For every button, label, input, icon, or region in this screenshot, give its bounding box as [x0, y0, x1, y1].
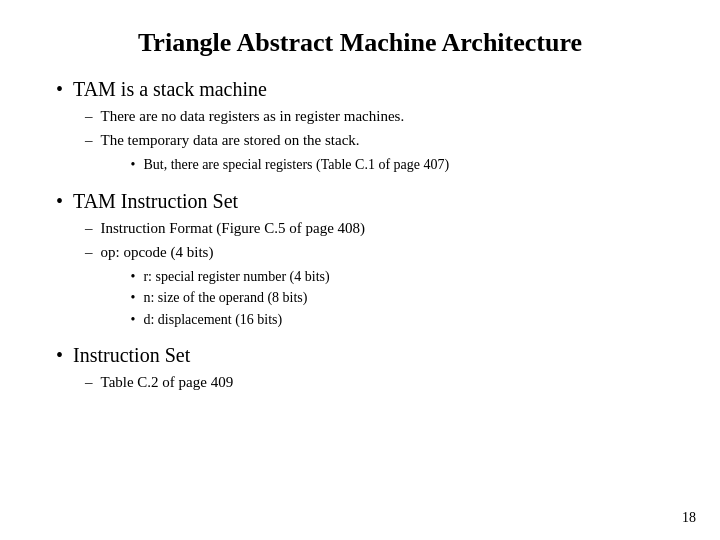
sub-sub-text-2-2: n: size of the operand (8 bits) — [143, 288, 307, 308]
sub-item-2-1: – Instruction Format (Figure C.5 of page… — [85, 218, 365, 239]
sub-sub-list-2: • r: special register number (4 bits) • … — [101, 267, 330, 330]
dash-2-2: – — [85, 242, 93, 263]
sub-item-3-1: – Table C.2 of page 409 — [85, 372, 233, 393]
content-area: • TAM is a stack machine – There are no … — [48, 76, 672, 396]
dash-3-1: – — [85, 372, 93, 393]
sub-sub-text-2-1: r: special register number (4 bits) — [143, 267, 329, 287]
dash-2-1: – — [85, 218, 93, 239]
tam-instruction-set-sublist: – Instruction Format (Figure C.5 of page… — [73, 218, 365, 332]
sub-sub-item-2-1: • r: special register number (4 bits) — [131, 267, 330, 287]
tam-stack-sublist: – There are no data registers as in regi… — [73, 106, 449, 177]
sub-sub-item-2-2: • n: size of the operand (8 bits) — [131, 288, 330, 308]
sub-sub-text-1-1: But, there are special registers (Table … — [143, 155, 449, 175]
dot-2-3: • — [131, 310, 136, 330]
dot-2-2: • — [131, 288, 136, 308]
instruction-set-sublist: – Table C.2 of page 409 — [73, 372, 233, 393]
sub-sub-item-2-3: • d: displacement (16 bits) — [131, 310, 330, 330]
page-number: 18 — [682, 510, 696, 526]
slide: Triangle Abstract Machine Architecture •… — [0, 0, 720, 540]
sub-text-1-1: There are no data registers as in regist… — [101, 106, 405, 127]
sub-text-1-2: The temporary data are stored on the sta… — [101, 132, 360, 148]
tam-stack-label: TAM is a stack machine — [73, 78, 267, 100]
section-tam-instruction-set: • TAM Instruction Set – Instruction Form… — [56, 188, 672, 335]
sub-item-1-1: – There are no data registers as in regi… — [85, 106, 449, 127]
sub-sub-item-1-1: • But, there are special registers (Tabl… — [131, 155, 450, 175]
sub-text-2-2: op: opcode (4 bits) — [101, 244, 214, 260]
dash-1-1: – — [85, 106, 93, 127]
instruction-set-label: Instruction Set — [73, 344, 190, 366]
sub-text-2-1: Instruction Format (Figure C.5 of page 4… — [101, 218, 366, 239]
section-tam-stack: • TAM is a stack machine – There are no … — [56, 76, 672, 180]
dot-2-1: • — [131, 267, 136, 287]
dash-1-2: – — [85, 130, 93, 151]
sub-sub-list-1: • But, there are special registers (Tabl… — [101, 155, 450, 175]
sub-item-2-2: – op: opcode (4 bits) • r: special regis… — [85, 242, 365, 332]
tam-instruction-set-label: TAM Instruction Set — [73, 190, 238, 212]
sub-item-1-2: – The temporary data are stored on the s… — [85, 130, 449, 177]
sub-sub-text-2-3: d: displacement (16 bits) — [143, 310, 282, 330]
slide-title: Triangle Abstract Machine Architecture — [48, 28, 672, 58]
sub-text-3-1: Table C.2 of page 409 — [101, 372, 234, 393]
bullet-marker-2: • — [56, 188, 63, 214]
section-instruction-set: • Instruction Set – Table C.2 of page 40… — [56, 342, 672, 396]
dot-1-1: • — [131, 155, 136, 175]
bullet-marker-3: • — [56, 342, 63, 368]
bullet-marker-1: • — [56, 76, 63, 102]
